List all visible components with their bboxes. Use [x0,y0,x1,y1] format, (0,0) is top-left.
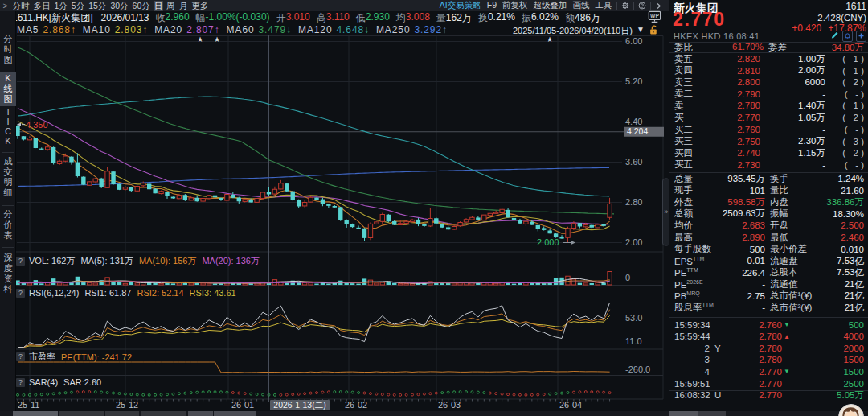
candle-down[interactable] [297,200,301,206]
candle-up[interactable] [27,138,31,140]
toolbar-item-F9[interactable]: F9 [487,0,497,11]
candle-down[interactable] [117,184,121,190]
toolbar-item-AI交易策略[interactable]: AI交易策略 [440,0,481,11]
candle-up[interactable] [88,182,92,185]
candle-down[interactable] [476,217,480,220]
candle-up[interactable] [93,179,97,182]
candle-up[interactable] [583,225,588,227]
candle-down[interactable] [34,138,38,148]
sidebar-item-深度资料[interactable]: 深度资料 [0,251,16,296]
sell-row-4[interactable]: 卖四2.8102.00万( 1 ) [674,64,864,76]
candle-up[interactable] [135,187,139,192]
candle-up[interactable] [596,224,600,228]
tab-30分[interactable]: 30分 [109,1,129,11]
tick-row-6[interactable]: 16:08:32U2.7705.05万 [674,389,864,402]
candle-down[interactable] [446,227,450,229]
chevron-right-icon[interactable] [655,2,662,10]
candle-down[interactable] [111,171,115,184]
candle-up[interactable] [375,222,379,224]
candle-up[interactable] [464,220,468,222]
candle-up[interactable] [260,192,264,199]
candle-down[interactable] [416,220,420,224]
candle-down[interactable] [248,200,252,203]
chevron-down-icon[interactable]: ▼ [637,25,645,34]
sell-row-2[interactable]: 卖二2.790-( - ) [674,88,864,100]
candle-up[interactable] [46,147,50,150]
candle-down[interactable] [578,223,582,226]
candle-down[interactable] [356,228,360,229]
candle-down[interactable] [554,233,558,237]
candle-down[interactable] [231,195,235,198]
candle-up[interactable] [566,229,570,237]
candle-up[interactable] [272,189,276,194]
help-icon[interactable]: ? [16,257,25,266]
candle-up[interactable] [571,224,575,229]
toolbar-item-画线[interactable]: 画线 [573,0,590,11]
candle-down[interactable] [171,197,175,199]
candle-up[interactable] [189,198,193,200]
buy-row-3[interactable]: 买三2.7502.30万( 3 ) [674,135,864,147]
toolbar-item-前复权[interactable]: 前复权 [502,0,528,11]
candle-down[interactable] [321,200,325,204]
candle-up[interactable] [398,224,402,225]
candle-up[interactable] [201,199,205,202]
candle-up[interactable] [57,161,61,163]
candle-down[interactable] [362,229,366,238]
help-icon[interactable]: ? [16,378,25,387]
candle-down[interactable] [350,224,354,227]
sidebar-item-TICK[interactable]: TICK [0,105,16,147]
candle-up[interactable] [159,192,163,194]
candle-up[interactable] [500,209,504,212]
candle-up[interactable] [452,227,456,230]
toolbar-collapse-icon[interactable]: > [0,2,10,10]
sidebar-item-成交明细[interactable]: 成交明细 [0,154,16,201]
candle-up[interactable] [105,171,109,188]
candle-down[interactable] [422,224,426,226]
candle-up[interactable] [458,223,462,226]
buy-row-1[interactable]: 买一2.7701.05万( 2 ) [674,112,864,124]
tab-1分[interactable]: 1分 [54,1,68,11]
candle-up[interactable] [524,221,528,224]
sell-row-1[interactable]: 卖一2.7801.40万( 1 ) [674,100,864,112]
sidebar-item-分价表[interactable]: 分价表 [0,208,16,243]
taskbar-segment-2[interactable] [105,411,139,416]
candle-down[interactable] [153,189,157,194]
candle-down[interactable] [392,221,396,225]
candle-down[interactable] [547,231,551,234]
candle-down[interactable] [542,228,546,229]
taskbar-segment-4[interactable] [188,411,213,416]
tick-row-3[interactable]: 32.7801500 [674,354,864,366]
sidebar-item-K线图[interactable]: K线图 [0,72,16,106]
taskbar-segment-3[interactable] [141,411,186,416]
candle-down[interactable] [285,183,289,192]
gear-icon[interactable] [621,2,629,10]
tick-row-1[interactable]: 15:59:442.780▲4000 [674,331,864,343]
sidebar-item-分时图[interactable]: 分时图 [0,32,16,69]
buy-row-4[interactable]: 买四2.7401.15万( 2 ) [674,147,864,159]
taskbar-segment-5[interactable] [214,411,256,416]
candle-down[interactable] [291,192,295,200]
candle-up[interactable] [380,215,384,222]
candle-down[interactable] [195,198,199,202]
candle-down[interactable] [314,198,318,200]
taskbar-segment-1[interactable] [59,411,104,416]
candle-up[interactable] [482,215,486,220]
candle-down[interactable] [99,179,103,187]
candle-down[interactable] [338,207,342,220]
tab-多日[interactable]: 多日 [33,1,51,11]
candle-down[interactable] [219,198,223,200]
candle-down[interactable] [345,220,349,224]
candle-down[interactable] [76,163,80,176]
candle-down[interactable] [536,225,540,229]
help-icon[interactable] [638,2,646,10]
taskbar-segment-6[interactable] [669,411,698,416]
tab-15分[interactable]: 15分 [88,1,107,11]
candle-down[interactable] [530,222,534,225]
candle-up[interactable] [309,197,313,202]
candle-up[interactable] [141,183,145,186]
candle-down[interactable] [165,192,169,196]
help-icon[interactable]: ? [16,289,25,298]
candle-down[interactable] [590,225,594,228]
sell-row-5[interactable]: 卖五2.8201.00万( 1 ) [674,53,864,65]
tab-月[interactable]: 月 [178,1,189,11]
